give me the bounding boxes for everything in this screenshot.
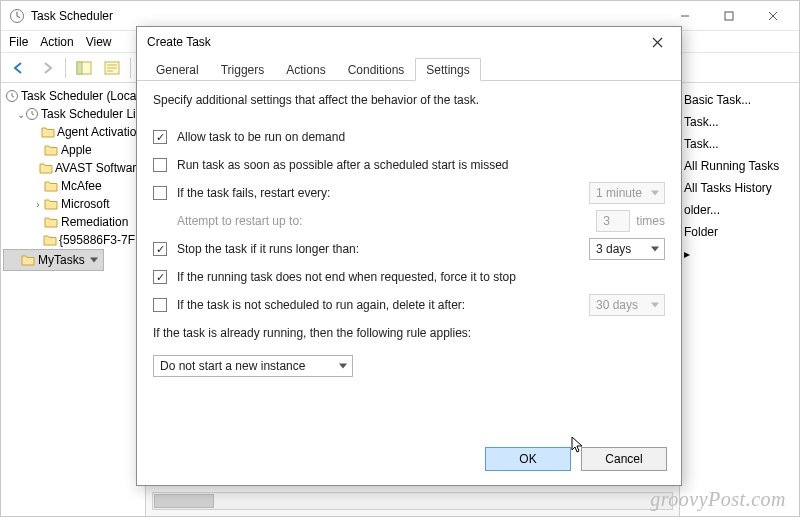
row-force-stop: If the running task does not end when re…: [153, 263, 665, 291]
tree-library[interactable]: ⌄ Task Scheduler Library: [3, 105, 143, 123]
collapse-icon[interactable]: ⌄: [17, 109, 25, 120]
toolbar-separator: [130, 58, 131, 78]
tree-item[interactable]: Remediation: [3, 213, 143, 231]
action-label: older...: [684, 203, 720, 217]
tree-item[interactable]: ›Microsoft: [3, 195, 143, 213]
dialog-tabs: General Triggers Actions Conditions Sett…: [137, 57, 681, 81]
clock-icon: [25, 107, 39, 121]
menu-view[interactable]: View: [86, 35, 112, 49]
row-allow-demand: Allow task to be run on demand: [153, 123, 665, 151]
show-hide-tree-button[interactable]: [72, 56, 96, 80]
dialog-body: Specify additional settings that affect …: [137, 81, 681, 437]
tree-root[interactable]: Task Scheduler (Local): [3, 87, 143, 105]
maximize-button[interactable]: [707, 2, 751, 30]
ok-button[interactable]: OK: [485, 447, 571, 471]
tab-triggers[interactable]: Triggers: [210, 58, 276, 81]
label-delete-after: If the task is not scheduled to run agai…: [177, 298, 589, 312]
folder-icon: [43, 215, 59, 229]
tab-general[interactable]: General: [145, 58, 210, 81]
checkbox-run-asap[interactable]: [153, 158, 167, 172]
tab-actions[interactable]: Actions: [275, 58, 336, 81]
tree-label: Microsoft: [61, 197, 110, 211]
tab-settings[interactable]: Settings: [415, 58, 480, 81]
input-attempt-count: 3: [596, 210, 630, 232]
app-icon: [9, 8, 25, 24]
tree-label: MyTasks: [38, 253, 85, 267]
cancel-button[interactable]: Cancel: [581, 447, 667, 471]
dialog-close-button[interactable]: [637, 29, 677, 55]
action-item[interactable]: Task...: [684, 133, 795, 155]
menu-action[interactable]: Action: [40, 35, 73, 49]
folder-icon: [41, 125, 55, 139]
select-rule[interactable]: Do not start a new instance: [153, 355, 353, 377]
navigation-tree[interactable]: Task Scheduler (Local) ⌄ Task Scheduler …: [1, 83, 146, 516]
row-rule-label: If the task is already running, then the…: [153, 319, 665, 347]
action-label: All Tasks History: [684, 181, 772, 195]
tree-item[interactable]: McAfee: [3, 177, 143, 195]
folder-icon: [42, 233, 57, 247]
action-item[interactable]: Folder: [684, 221, 795, 243]
row-attempt: Attempt to restart up to: 3 times: [153, 207, 665, 235]
action-label: Task...: [684, 115, 719, 129]
tree-label: Apple: [61, 143, 92, 157]
row-stop-longer: Stop the task if it runs longer than: 3 …: [153, 235, 665, 263]
folder-icon: [43, 143, 59, 157]
tab-conditions[interactable]: Conditions: [337, 58, 416, 81]
action-more[interactable]: ▸: [684, 243, 795, 265]
label-allow-demand: Allow task to be run on demand: [177, 130, 665, 144]
folder-icon: [39, 161, 53, 175]
tree-item[interactable]: {595886F3-7FE: [3, 231, 143, 249]
label-stop-longer: Stop the task if it runs longer than:: [177, 242, 589, 256]
checkbox-stop-longer[interactable]: [153, 242, 167, 256]
dialog-buttons: OK Cancel: [137, 437, 681, 485]
forward-button[interactable]: [35, 56, 59, 80]
label-run-asap: Run task as soon as possible after a sch…: [177, 158, 665, 172]
action-item[interactable]: All Tasks History: [684, 177, 795, 199]
action-label: Basic Task...: [684, 93, 751, 107]
properties-button[interactable]: [100, 56, 124, 80]
select-restart-interval: 1 minute: [589, 182, 665, 204]
folder-icon: [43, 197, 59, 211]
action-label: All Running Tasks: [684, 159, 779, 173]
label-attempt: Attempt to restart up to:: [177, 214, 302, 228]
expand-icon[interactable]: ›: [33, 199, 43, 210]
label-force-stop: If the running task does not end when re…: [177, 270, 665, 284]
tree-item[interactable]: Agent Activation: [3, 123, 143, 141]
watermark: groovyPost.com: [650, 488, 786, 511]
menu-file[interactable]: File: [9, 35, 28, 49]
checkbox-restart[interactable]: [153, 186, 167, 200]
checkbox-allow-demand[interactable]: [153, 130, 167, 144]
toolbar-separator: [65, 58, 66, 78]
window-title: Task Scheduler: [31, 9, 663, 23]
tree-label: Agent Activation: [57, 125, 143, 139]
action-item[interactable]: older...: [684, 199, 795, 221]
svg-rect-1: [725, 12, 733, 20]
action-item[interactable]: Basic Task...: [684, 89, 795, 111]
checkbox-force-stop[interactable]: [153, 270, 167, 284]
tree-item-selected[interactable]: MyTasks: [3, 249, 104, 271]
scrollbar-thumb[interactable]: [154, 494, 214, 508]
select-stop-duration[interactable]: 3 days: [589, 238, 665, 260]
action-item[interactable]: Task...: [684, 111, 795, 133]
tree-label: Task Scheduler Library: [41, 107, 146, 121]
row-run-asap: Run task as soon as possible after a sch…: [153, 151, 665, 179]
horizontal-scrollbar[interactable]: [152, 492, 673, 510]
action-label: Task...: [684, 137, 719, 151]
svg-rect-3: [77, 62, 82, 74]
back-button[interactable]: [7, 56, 31, 80]
tree-label: McAfee: [61, 179, 102, 193]
intro-text: Specify additional settings that affect …: [153, 93, 665, 107]
row-delete-after: If the task is not scheduled to run agai…: [153, 291, 665, 319]
checkbox-delete-after[interactable]: [153, 298, 167, 312]
tree-item[interactable]: AVAST Software: [3, 159, 143, 177]
label-attempt-unit: times: [636, 214, 665, 228]
tree-item[interactable]: Apple: [3, 141, 143, 159]
action-item[interactable]: All Running Tasks: [684, 155, 795, 177]
create-task-dialog: Create Task General Triggers Actions Con…: [136, 26, 682, 486]
tree-label: {595886F3-7FE: [59, 233, 143, 247]
clock-icon: [5, 89, 19, 103]
tree-label: Task Scheduler (Local): [21, 89, 143, 103]
label-rule: If the task is already running, then the…: [153, 326, 665, 340]
actions-pane: Basic Task... Task... Task... All Runnin…: [679, 83, 799, 516]
close-button[interactable]: [751, 2, 795, 30]
